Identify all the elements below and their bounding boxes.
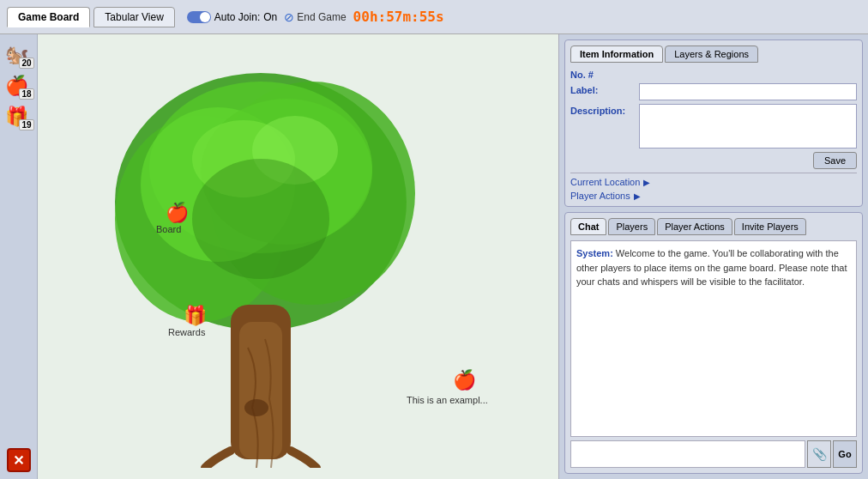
- tab-item-information[interactable]: Item Information: [570, 45, 663, 63]
- tab-tabular-view[interactable]: Tabular View: [93, 7, 174, 27]
- svg-point-11: [244, 399, 268, 416]
- description-textarea[interactable]: [639, 104, 857, 149]
- chat-input[interactable]: [570, 440, 805, 468]
- top-bar: Game Board Tabular View Auto Join: On ⊘ …: [0, 0, 868, 34]
- board-apple-item[interactable]: 🍎 Board: [165, 202, 190, 234]
- reward-item[interactable]: 🎁 Rewards: [177, 305, 214, 337]
- close-icon: ✕: [13, 452, 24, 469]
- game-timer: 00h:57m:55s: [353, 9, 444, 25]
- example-apple-icon: 🍎: [424, 369, 505, 391]
- board-item-label: Board: [156, 224, 181, 234]
- reward-item-label: Rewards: [168, 327, 205, 337]
- label-field-label: Label:: [570, 83, 639, 95]
- tab-game-board[interactable]: Game Board: [7, 7, 90, 27]
- right-panel: Item Information Layers & Regions No. # …: [559, 34, 868, 479]
- svg-point-8: [192, 159, 329, 279]
- svg-rect-10: [239, 322, 282, 459]
- player-actions-row: Player Actions ▶: [570, 191, 857, 201]
- attach-icon: 📎: [812, 447, 827, 461]
- description-row: Description:: [570, 104, 857, 149]
- chat-send-button[interactable]: Go: [833, 440, 857, 468]
- game-board-area[interactable]: 🍎 Board 🎁 Rewards 🍎 This is an exampl...: [38, 34, 559, 479]
- chat-system-message: System: Welcome to the game. You'll be c…: [576, 248, 847, 287]
- tab-players[interactable]: Players: [608, 218, 655, 235]
- auto-join-toggle[interactable]: [187, 11, 211, 23]
- reward-icon: 🎁: [177, 305, 214, 327]
- chat-tabs: Chat Players Player Actions Invite Playe…: [570, 218, 857, 235]
- chat-messages: System: Welcome to the game. You'll be c…: [570, 240, 857, 437]
- close-button[interactable]: ✕: [7, 448, 31, 472]
- end-game-label: End Game: [297, 11, 346, 23]
- current-location-link[interactable]: Current Location: [570, 177, 640, 187]
- auto-join-control: Auto Join: On: [187, 11, 277, 23]
- chat-system-text: Welcome to the game. You'll be collabora…: [576, 248, 847, 287]
- divider-1: [570, 173, 857, 173]
- no-label: No. #: [570, 68, 639, 80]
- sidebar-item-2[interactable]: 🎁 19: [3, 103, 34, 130]
- item-badge-2: 19: [19, 119, 33, 130]
- auto-join-label: Auto Join:: [214, 11, 260, 23]
- chat-system-label: System:: [576, 248, 613, 258]
- end-game-icon: ⊘: [284, 10, 294, 24]
- sidebar-item-0[interactable]: 🐿️ 20: [3, 41, 34, 69]
- tab-invite-players[interactable]: Invite Players: [734, 218, 806, 235]
- tab-chat[interactable]: Chat: [570, 218, 606, 235]
- tab-player-actions[interactable]: Player Actions: [657, 218, 732, 235]
- current-location-arrow: ▶: [643, 178, 650, 187]
- save-row: Save: [570, 152, 857, 169]
- chat-input-row: 📎 Go: [570, 440, 857, 468]
- player-actions-arrow: ▶: [634, 191, 641, 201]
- end-game-button[interactable]: ⊘ End Game: [284, 10, 346, 24]
- item-badge-0: 20: [19, 58, 33, 69]
- chat-panel: Chat Players Player Actions Invite Playe…: [564, 212, 863, 474]
- board-apple-icon: 🍎: [165, 202, 190, 224]
- save-button[interactable]: Save: [813, 152, 857, 169]
- tab-layers-regions[interactable]: Layers & Regions: [665, 45, 758, 63]
- player-actions-link[interactable]: Player Actions: [570, 191, 630, 201]
- item-info-tabs: Item Information Layers & Regions: [570, 45, 857, 63]
- tree-svg: [81, 47, 441, 468]
- label-input[interactable]: [639, 83, 857, 100]
- item-badge-1: 18: [19, 88, 33, 100]
- auto-join-state: On: [263, 11, 277, 23]
- example-label: This is an exampl...: [407, 395, 488, 405]
- description-label: Description:: [570, 104, 639, 116]
- no-row: No. #: [570, 68, 857, 80]
- label-row: Label:: [570, 83, 857, 100]
- main-layout: 🐿️ 20 🍎 18 🎁 19 ✕: [0, 34, 868, 479]
- current-location-row: Current Location ▶: [570, 177, 857, 187]
- timer-area: Auto Join: On ⊘ End Game 00h:57m:55s: [187, 9, 861, 25]
- left-sidebar: 🐿️ 20 🍎 18 🎁 19 ✕: [0, 34, 38, 479]
- chat-attach-button[interactable]: 📎: [807, 440, 831, 468]
- sidebar-item-1[interactable]: 🍎 18: [3, 72, 34, 100]
- example-item[interactable]: 🍎 This is an exampl...: [424, 369, 505, 402]
- item-info-panel: Item Information Layers & Regions No. # …: [564, 39, 863, 207]
